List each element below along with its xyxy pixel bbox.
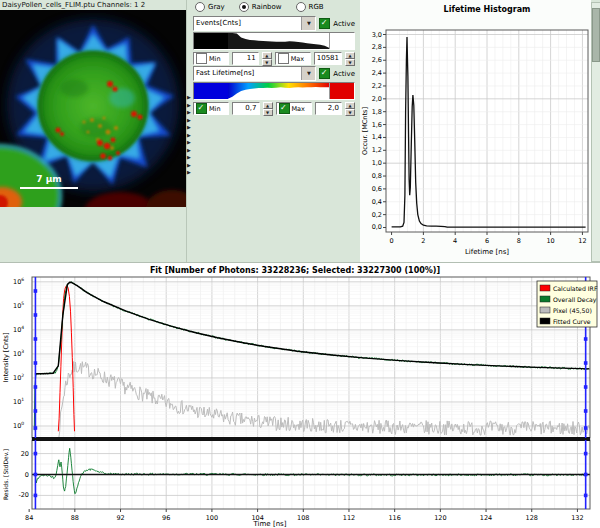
svg-text:1,2: 1,2 <box>372 146 382 154</box>
intensity-active-checkbox[interactable] <box>319 18 330 29</box>
top-section: DaisyPollen_cells_FLIM.ptu Channels: 1 2 <box>0 0 600 262</box>
lifetime-min-field[interactable]: 0,7 <box>232 102 260 115</box>
spinner-up-icon[interactable]: ▲ <box>262 52 272 59</box>
spinner-down-icon[interactable]: ▼ <box>345 59 355 66</box>
svg-text:0: 0 <box>25 471 29 479</box>
color-mode-rgb[interactable]: RGB <box>296 2 324 12</box>
below-min-swatch <box>194 33 228 49</box>
cursor-handle[interactable] <box>34 473 38 477</box>
svg-text:2,0: 2,0 <box>372 95 382 103</box>
svg-text:2: 2 <box>421 237 425 245</box>
expander-arrow-icon[interactable]: ▶ <box>187 140 195 145</box>
svg-text:2,4: 2,4 <box>372 69 382 77</box>
display-controls-panel: Gray Rainbow RGB Events[Cnts] ▼ Active <box>186 0 361 262</box>
lifetime-parameter-value: Fast Lifetime[ns] <box>194 67 301 80</box>
scrollbar-thumb[interactable] <box>592 8 600 62</box>
intensity-min-spinner[interactable]: ▲▼ <box>262 52 272 65</box>
intensity-parameter-select[interactable]: Events[Cnts] ▼ <box>193 16 316 31</box>
intensity-min-cell[interactable]: Min <box>193 52 229 65</box>
radio-icon[interactable] <box>296 2 306 12</box>
lifetime-parameter-select[interactable]: Fast Lifetime[ns] ▼ <box>193 66 316 81</box>
lifetime-max-field[interactable]: 2,0 <box>315 102 343 115</box>
residuals-ylabel: Resids. [StdDev.] <box>2 449 9 500</box>
spinner-down-icon[interactable]: ▼ <box>345 109 355 116</box>
symphotime-flim-analysis-window: { "image_panel": { "label": "DaisyPollen… <box>0 0 600 528</box>
svg-text:2,2: 2,2 <box>372 82 382 90</box>
lifetime-histogram <box>228 83 329 99</box>
svg-text:128: 128 <box>526 514 538 522</box>
cursor-handle[interactable] <box>34 289 38 293</box>
cursor-handle[interactable] <box>584 473 588 477</box>
expander-arrow-icon[interactable]: ▶ <box>187 103 195 108</box>
intensity-max-field[interactable]: 10581 <box>314 52 342 65</box>
cursor-handle[interactable] <box>34 494 38 498</box>
intensity-max-checkbox[interactable] <box>278 53 289 64</box>
flim-image[interactable]: 7 µm <box>0 10 186 207</box>
svg-text:100: 100 <box>13 421 24 430</box>
cursor-handle[interactable] <box>34 409 38 413</box>
intensity-min-field[interactable]: 11 <box>232 52 259 65</box>
radio-icon[interactable] <box>195 2 205 12</box>
spinner-up-icon[interactable]: ▲ <box>345 52 355 59</box>
lifetime-max-checkbox[interactable] <box>279 103 290 114</box>
expander-arrow-icon[interactable]: ▶ <box>187 155 195 160</box>
legend-label: Fitted Curve <box>553 318 591 325</box>
svg-text:108: 108 <box>297 514 309 522</box>
cursor-handle[interactable] <box>34 313 38 317</box>
lifetime-max-cell[interactable]: Max <box>276 102 312 115</box>
fit-ylabel: Intensity [Cnts] <box>2 332 10 382</box>
legend-label: Pixel (45,50) <box>553 307 592 314</box>
fit-title: Fit [Number of Photons: 33228236; Select… <box>150 266 440 275</box>
spinner-down-icon[interactable]: ▼ <box>262 59 272 66</box>
cursor-handle[interactable] <box>584 361 588 365</box>
expander-arrow-icon[interactable]: ▶ <box>187 110 195 115</box>
lifetime-min-checkbox[interactable] <box>196 103 207 114</box>
cursor-handle[interactable] <box>584 385 588 389</box>
lifetime-min-spinner[interactable]: ▲▼ <box>263 102 273 115</box>
fit-legend: Calculated IRFOverall DecayPixel (45,50)… <box>537 281 598 327</box>
intensity-max-cell[interactable]: Max <box>275 52 311 65</box>
expander-arrow-icon[interactable]: ▶ <box>187 125 195 130</box>
expander-arrow-icon[interactable]: ▶ <box>187 163 195 168</box>
spinner-up-icon[interactable]: ▲ <box>263 102 273 109</box>
lifetime-max-spinner[interactable]: ▲▼ <box>345 102 355 115</box>
cursor-handle[interactable] <box>34 361 38 365</box>
fit-xlabel: Time [ns] <box>253 520 287 528</box>
cursor-handle[interactable] <box>584 409 588 413</box>
expander-arrow-icon[interactable]: ▶ <box>187 118 195 123</box>
lifetime-histogram-title: Lifetime Histogram <box>444 5 531 14</box>
chevron-down-icon[interactable]: ▼ <box>301 67 315 80</box>
spinner-down-icon[interactable]: ▼ <box>263 109 273 116</box>
expander-arrow-icon[interactable]: ▶ <box>187 170 195 175</box>
radio-icon[interactable] <box>239 2 249 12</box>
spinner-up-icon[interactable]: ▲ <box>345 102 355 109</box>
svg-text:100: 100 <box>206 514 218 522</box>
lifetime-min-cell[interactable]: Min <box>193 102 229 115</box>
svg-text:-20: -20 <box>18 491 29 499</box>
cursor-handle[interactable] <box>34 337 38 341</box>
color-mode-gray[interactable]: Gray <box>195 2 225 12</box>
svg-text:112: 112 <box>343 514 355 522</box>
cursor-handle[interactable] <box>584 426 588 430</box>
max-label: Max <box>292 105 305 113</box>
active-label: Active <box>333 70 355 78</box>
cursor-handle[interactable] <box>584 452 588 456</box>
intensity-max-spinner[interactable]: ▲▼ <box>345 52 355 65</box>
vertical-scrollbar[interactable] <box>591 2 600 262</box>
expander-arrow-icon[interactable]: ▶ <box>187 95 195 100</box>
radio-label: Rainbow <box>252 3 282 11</box>
legend-swatch <box>540 318 550 324</box>
cursor-handle[interactable] <box>34 426 38 430</box>
lifetime-active-checkbox[interactable] <box>319 68 330 79</box>
cursor-handle[interactable] <box>584 494 588 498</box>
expander-arrow-icon[interactable]: ▶ <box>187 133 195 138</box>
svg-text:105: 105 <box>13 301 24 310</box>
chevron-down-icon[interactable]: ▼ <box>301 17 315 30</box>
color-mode-rainbow[interactable]: Rainbow <box>239 2 282 12</box>
fit-panel: 8488929610010410811211612012412813210610… <box>0 262 600 528</box>
cursor-handle[interactable] <box>584 337 588 341</box>
cursor-handle[interactable] <box>34 385 38 389</box>
expander-arrow-icon[interactable]: ▶ <box>187 148 195 153</box>
intensity-min-checkbox[interactable] <box>196 53 207 64</box>
cursor-handle[interactable] <box>34 452 38 456</box>
